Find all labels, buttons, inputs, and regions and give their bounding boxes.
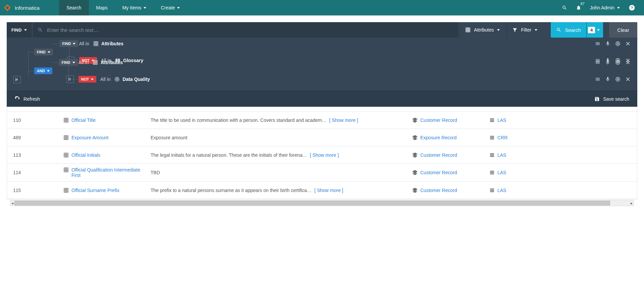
refresh-button[interactable]: Refresh <box>15 96 40 102</box>
top-nav: Search Maps My Items Create <box>59 0 187 15</box>
grid-icon <box>63 188 69 193</box>
result-name-link[interactable]: Official Surname Prefix <box>71 188 119 193</box>
result-system-link[interactable]: CRR <box>497 135 507 140</box>
clear-button[interactable]: Clear <box>609 22 637 38</box>
menu-button[interactable] <box>595 41 600 46</box>
query-builder: FIND FIND All in <box>7 38 637 91</box>
search-icon <box>562 5 567 10</box>
grid-icon <box>63 152 69 158</box>
result-name-cell: Official Initials <box>63 152 151 158</box>
close-icon <box>625 41 631 46</box>
remove-button[interactable] <box>625 77 631 82</box>
filter-dropdown[interactable]: Filter <box>506 22 543 38</box>
operator-chip-find[interactable]: FIND <box>59 59 78 66</box>
user-menu[interactable]: John Admin <box>590 5 620 10</box>
mic-button[interactable] <box>605 41 610 46</box>
target-button[interactable] <box>615 60 621 65</box>
all-in-label: All in <box>100 77 110 82</box>
grid-icon <box>63 167 69 173</box>
mic-icon <box>605 77 610 82</box>
chevron-down-icon <box>497 29 500 31</box>
scroll-right-arrow[interactable]: ► <box>629 200 634 206</box>
result-name-link[interactable]: Official Title <box>71 117 96 123</box>
filter-label: Filter <box>521 27 531 33</box>
result-record-link[interactable]: Customer Record <box>420 170 457 175</box>
results-toolbar: Refresh Save search <box>7 91 637 107</box>
operator-chip-not[interactable]: NOT <box>78 76 96 83</box>
save-icon <box>594 96 600 102</box>
operator-chip-find[interactable]: FIND <box>34 49 53 55</box>
save-search-label: Save search <box>603 96 629 102</box>
help-button[interactable] <box>629 4 635 11</box>
mic-button[interactable] <box>605 60 610 65</box>
target-button[interactable] <box>615 41 621 46</box>
result-system-link[interactable]: LAS <box>497 117 506 123</box>
result-record-link[interactable]: Customer Record <box>420 152 457 158</box>
result-name-cell: Exposure Amount <box>63 135 151 140</box>
horizontal-scrollbar[interactable]: ◄ ► <box>10 200 634 206</box>
nav-maps[interactable]: Maps <box>89 0 115 15</box>
menu-button[interactable] <box>595 77 600 82</box>
find-operator-button[interactable]: FIND <box>7 22 32 38</box>
nav-search[interactable]: Search <box>59 0 89 15</box>
result-system-link[interactable]: LAS <box>497 188 506 193</box>
search-count-dropdown[interactable]: 4 <box>587 22 603 38</box>
result-record-link[interactable]: Customer Record <box>420 117 457 123</box>
notifications-button[interactable]: 87 <box>576 5 581 10</box>
nav-create[interactable]: Create <box>154 0 187 15</box>
close-icon <box>625 77 631 82</box>
result-desc-cell: TBD <box>151 170 412 175</box>
refresh-icon <box>15 96 20 102</box>
brand[interactable]: Informatica <box>0 0 44 15</box>
search-icon <box>38 27 43 33</box>
remove-button[interactable] <box>625 41 631 46</box>
search-panel: FIND Attributes Filter Search <box>7 22 637 107</box>
show-more-link[interactable]: [ Show more ] <box>310 152 339 158</box>
top-bar: Informatica Search Maps My Items Create … <box>0 0 644 15</box>
scroll-thumb[interactable] <box>14 201 610 205</box>
target-button[interactable] <box>615 77 621 82</box>
result-name-link[interactable]: Exposure Amount <box>71 135 109 140</box>
result-record-cell: Customer Record <box>412 152 489 158</box>
result-desc: The prefix to a natural persons surname … <box>151 188 312 193</box>
search-input[interactable] <box>47 27 453 33</box>
mic-button[interactable] <box>605 77 610 82</box>
scope-attributes[interactable]: Attributes <box>93 60 123 65</box>
nav-create-label: Create <box>161 5 175 10</box>
result-desc: Exposure amount <box>151 135 187 140</box>
result-system-link[interactable]: LAS <box>497 152 506 158</box>
search-icon <box>556 27 561 33</box>
nav-myitems[interactable]: My Items <box>115 0 154 15</box>
attributes-dropdown[interactable]: Attributes <box>460 22 505 38</box>
result-system-cell: LAS <box>489 188 506 193</box>
result-system-link[interactable]: LAS <box>497 170 506 175</box>
result-name-link[interactable]: Official Qualification Intermediate Firs… <box>71 167 151 178</box>
remove-button[interactable] <box>625 60 631 65</box>
result-record-link[interactable]: Customer Record <box>420 188 457 193</box>
clause-actions <box>595 77 631 82</box>
menu-icon <box>595 60 600 65</box>
scope-attributes[interactable]: Attributes <box>93 41 123 46</box>
result-desc-cell: The legal initials for a natural person.… <box>151 152 412 158</box>
chevron-down-icon <box>91 79 94 80</box>
search-button-label: Search <box>565 27 581 33</box>
search-button[interactable]: Search <box>551 22 586 38</box>
grid-icon <box>63 135 69 140</box>
menu-button[interactable] <box>595 60 600 65</box>
scope-dataquality[interactable]: Data Quality <box>114 77 150 82</box>
save-search-button[interactable]: Save search <box>594 96 629 102</box>
global-search-button[interactable] <box>562 5 567 10</box>
operator-chip-find[interactable]: FIND <box>60 40 78 47</box>
clause-actions <box>595 41 631 46</box>
operator-chip-and[interactable]: AND <box>34 67 52 74</box>
result-record-link[interactable]: Exposure Record <box>420 135 457 140</box>
stack-icon <box>412 117 418 123</box>
result-name-link[interactable]: Official Initials <box>71 152 100 158</box>
query-clause: FIND All in Attributes <box>59 56 631 69</box>
collapse-group-button[interactable] <box>13 76 21 83</box>
show-more-link[interactable]: [ Show more ] <box>314 188 343 193</box>
query-clause: FIND All in Attributes <box>60 37 631 50</box>
result-id: 114 <box>13 170 63 175</box>
result-system-cell: LAS <box>489 117 506 123</box>
show-more-link[interactable]: [ Show more ] <box>329 117 358 123</box>
